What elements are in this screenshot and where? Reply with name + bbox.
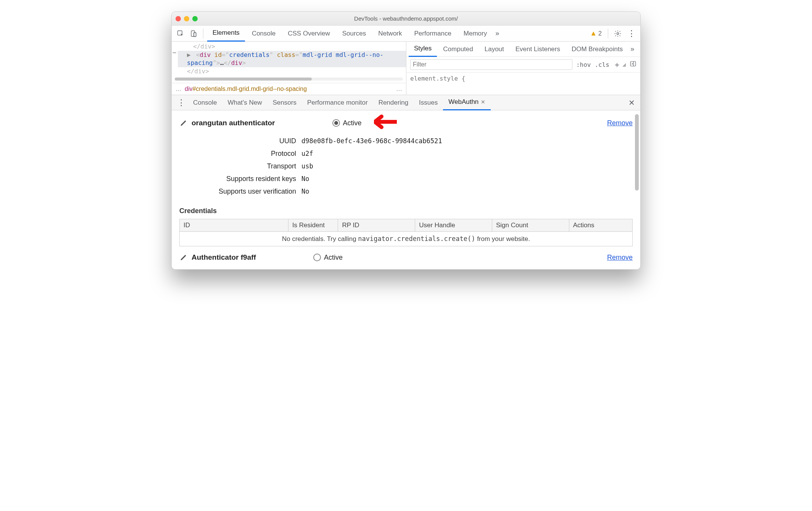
element-style-block[interactable]: element.style { — [406, 73, 640, 84]
col-id: ID — [180, 219, 288, 232]
styles-tabstrip: Styles Computed Layout Event Listeners D… — [406, 42, 640, 57]
webauthn-panel: orangutan authenticator Active Remove UU… — [172, 110, 640, 269]
warnings-badge[interactable]: ▲ 2 — [588, 29, 604, 37]
breadcrumb-trailing[interactable]: … — [396, 86, 402, 92]
horizontal-scrollbar[interactable] — [175, 78, 403, 81]
authenticator-name: orangutan authenticator — [192, 119, 275, 127]
active-radio[interactable] — [313, 254, 321, 261]
styles-tabs-overflow-icon[interactable]: » — [629, 45, 636, 53]
scrollbar-thumb[interactable] — [635, 114, 639, 191]
window-maximize-icon[interactable] — [192, 16, 198, 21]
remove-authenticator-link[interactable]: Remove — [607, 254, 633, 262]
styles-filter-input[interactable] — [410, 59, 572, 70]
drawer-tab-issues[interactable]: Issues — [414, 95, 443, 110]
warning-icon: ▲ — [590, 29, 597, 37]
styles-tab-dom-breakpoints[interactable]: DOM Breakpoints — [566, 42, 628, 57]
new-style-rule-icon[interactable]: ＋ — [613, 60, 621, 70]
vertical-scrollbar[interactable] — [634, 110, 640, 269]
separator — [608, 29, 608, 39]
styles-tab-event-listeners[interactable]: Event Listeners — [510, 42, 566, 57]
devtools-main-split: ⋯ </div> ▶ <div id="credentials" class="… — [172, 42, 640, 95]
devtools-top-tabstrip: Elements Console CSS Overview Sources Ne… — [172, 26, 640, 42]
svg-rect-2 — [194, 32, 196, 36]
window-close-icon[interactable] — [176, 16, 181, 21]
annotation-arrow-icon — [374, 115, 397, 129]
styles-tab-styles[interactable]: Styles — [409, 42, 437, 57]
tab-network[interactable]: Network — [373, 26, 407, 42]
window-minimize-icon[interactable] — [184, 16, 189, 21]
more-menu-icon[interactable]: ⋮ — [625, 29, 638, 39]
authenticator-header: Authenticator f9aff Active Remove — [179, 253, 633, 262]
tab-elements[interactable]: Elements — [207, 26, 245, 42]
tab-console[interactable]: Console — [246, 26, 281, 42]
styles-tab-computed[interactable]: Computed — [438, 42, 478, 57]
drawer-tab-performance-monitor[interactable]: Performance monitor — [302, 95, 373, 110]
elements-breadcrumb[interactable]: … div#credentials.mdl-grid.mdl-grid--no-… — [172, 83, 406, 95]
empty-code: navigator.credentials.create() — [358, 235, 475, 243]
elements-tree-pane[interactable]: ⋯ </div> ▶ <div id="credentials" class="… — [172, 42, 406, 95]
drawer-tab-console[interactable]: Console — [188, 95, 222, 110]
kv-value: u2f — [301, 150, 313, 157]
styles-tab-layout[interactable]: Layout — [479, 42, 509, 57]
col-rp-id: RP ID — [338, 219, 415, 232]
breadcrumb-leading[interactable]: … — [176, 86, 182, 92]
active-label: Active — [343, 119, 362, 127]
tab-performance[interactable]: Performance — [409, 26, 457, 42]
elements-dom-tree[interactable]: ⋯ </div> ▶ <div id="credentials" class="… — [172, 42, 406, 76]
credentials-empty-message: No credentials. Try calling navigator.cr… — [180, 232, 633, 246]
drawer-close-icon[interactable]: ✕ — [626, 98, 637, 107]
dom-node-selected[interactable]: ▶ <div id="credentials" class="mdl-grid … — [178, 51, 406, 67]
active-radio[interactable] — [332, 119, 340, 127]
drawer-tab-rendering[interactable]: Rendering — [373, 95, 414, 110]
dropdown-icon[interactable]: ◢ — [622, 62, 626, 67]
window-title: DevTools - webauthndemo.appspot.com/ — [172, 15, 640, 22]
kv-value: usb — [301, 162, 313, 170]
dom-tag: div — [231, 59, 242, 66]
authenticator-name: Authenticator f9aff — [192, 253, 256, 262]
drawer-tab-label: WebAuthn — [448, 98, 478, 106]
edit-icon[interactable] — [179, 253, 188, 262]
window-titlebar: DevTools - webauthndemo.appspot.com/ — [172, 12, 640, 26]
hov-toggle[interactable]: :hov — [576, 61, 591, 68]
styles-filter-row: :hov .cls ＋ ◢ — [406, 57, 640, 73]
devtools-window: DevTools - webauthndemo.appspot.com/ Ele… — [171, 11, 641, 270]
dom-node[interactable]: </div> — [178, 67, 406, 76]
kv-value: d98e08fb-0efc-43e6-968c-99844cab6521 — [301, 137, 442, 145]
computed-sidebar-icon[interactable] — [630, 60, 636, 69]
table-row: No credentials. Try calling navigator.cr… — [180, 232, 633, 246]
breadcrumb-node[interactable]: div#credentials.mdl-grid.mdl-grid--no-sp… — [185, 86, 307, 92]
drawer-tab-webauthn[interactable]: WebAuthn ✕ — [443, 95, 491, 110]
window-traffic-lights — [176, 16, 198, 21]
kv-key: Protocol — [179, 150, 301, 158]
expand-icon[interactable]: ▶ — [187, 51, 192, 59]
drawer-tab-sensors[interactable]: Sensors — [267, 95, 302, 110]
separator — [203, 29, 203, 39]
drawer-more-icon[interactable]: ⋮ — [175, 98, 188, 108]
device-toggle-icon[interactable] — [188, 28, 199, 39]
close-tab-icon[interactable]: ✕ — [481, 99, 485, 105]
settings-icon[interactable] — [612, 28, 624, 39]
drawer-tab-whats-new[interactable]: What's New — [222, 95, 267, 110]
tab-sources[interactable]: Sources — [337, 26, 371, 42]
empty-text: No credentials. Try calling — [282, 235, 358, 243]
kv-value: No — [301, 175, 309, 183]
kv-key: Transport — [179, 162, 301, 170]
tab-css-overview[interactable]: CSS Overview — [282, 26, 335, 42]
dom-node[interactable]: </div> — [178, 42, 406, 51]
inspect-icon[interactable] — [175, 28, 186, 39]
styles-pane: Styles Computed Layout Event Listeners D… — [406, 42, 640, 95]
table-header-row: ID Is Resident RP ID User Handle Sign Co… — [180, 219, 633, 232]
top-tabs-overflow-icon[interactable]: » — [494, 29, 501, 37]
authenticator-header: orangutan authenticator Active Remove — [179, 116, 633, 131]
edit-icon[interactable] — [179, 119, 188, 127]
col-sign-count: Sign Count — [492, 219, 569, 232]
dom-attr-name: class — [277, 51, 295, 58]
warning-count: 2 — [598, 30, 602, 37]
col-is-resident: Is Resident — [288, 219, 338, 232]
dom-attr-name: id — [214, 51, 222, 58]
dom-attr-value: credentials — [229, 51, 269, 58]
scrollbar-thumb[interactable] — [175, 78, 312, 81]
remove-authenticator-link[interactable]: Remove — [607, 119, 633, 127]
tab-memory[interactable]: Memory — [458, 26, 492, 42]
cls-toggle[interactable]: .cls — [594, 61, 609, 68]
